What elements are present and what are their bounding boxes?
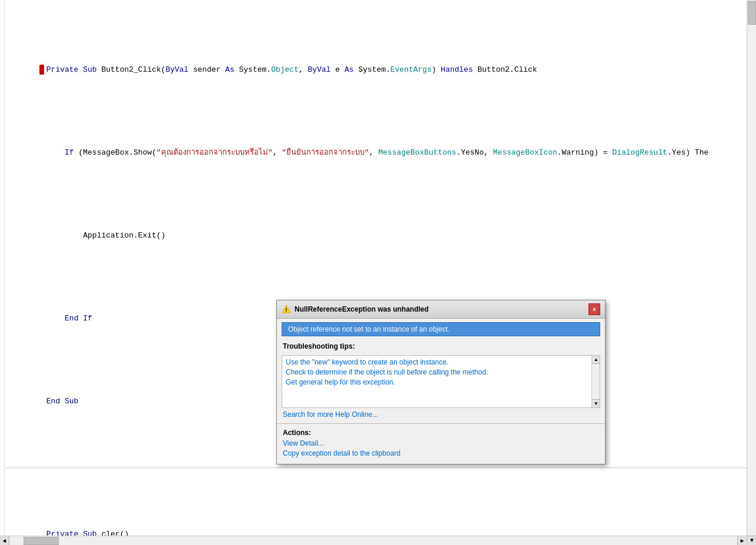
- tip-link-3[interactable]: Get general help for this exception.: [286, 378, 596, 386]
- troubleshooting-section: Troubleshooting tips:: [277, 340, 605, 355]
- search-help-link[interactable]: Search for more Help Online...: [277, 408, 605, 421]
- code-gutter: [0, 0, 5, 545]
- warning-icon: !: [282, 305, 291, 314]
- tip-link-2[interactable]: Check to determine if the object is null…: [286, 368, 596, 376]
- copy-exception-link[interactable]: Copy exception detail to the clipboard: [283, 449, 599, 457]
- actions-section: Actions: View Detail... Copy exception d…: [277, 426, 605, 464]
- code-editor: Private Sub Button2_Click(ByVal sender A…: [0, 0, 756, 545]
- error-message-bar: Object reference not set to an instance …: [282, 322, 600, 336]
- scroll-right-arrow[interactable]: ►: [737, 536, 747, 545]
- tips-scroll-up[interactable]: ▲: [592, 356, 600, 364]
- troubleshooting-title: Troubleshooting tips:: [283, 342, 599, 350]
- code-line-1: Private Sub Button2_Click(ByVal sender A…: [12, 52, 756, 88]
- horizontal-scrollbar[interactable]: ◄ ►: [0, 536, 747, 545]
- svg-text:!: !: [286, 307, 287, 313]
- scroll-down-arrow[interactable]: ▼: [747, 536, 756, 545]
- exception-dialog: ! NullReferenceException was unhandled ×…: [276, 300, 606, 464]
- view-detail-link[interactable]: View Detail...: [283, 439, 599, 447]
- code-line-3: Application.Exit(): [12, 218, 756, 253]
- tip-link-1[interactable]: Use the "new" keyword to create an objec…: [286, 358, 596, 366]
- code-line-2: If (MessageBox.Show("คุณต้องการออกจากระบ…: [12, 135, 756, 170]
- separator-1: [6, 467, 756, 468]
- tips-scrollbar[interactable]: ▲ ▼: [591, 356, 600, 407]
- dialog-close-button[interactable]: ×: [588, 303, 600, 315]
- tips-scroll-down[interactable]: ▼: [592, 399, 600, 407]
- vertical-scrollbar[interactable]: ▲ ▼: [747, 0, 756, 545]
- dialog-titlebar: ! NullReferenceException was unhandled ×: [277, 300, 605, 319]
- dialog-title-text: NullReferenceException was unhandled: [295, 305, 429, 313]
- scroll-left-arrow[interactable]: ◄: [0, 536, 9, 545]
- dialog-title-area: ! NullReferenceException was unhandled: [282, 305, 429, 314]
- tips-box: Use the "new" keyword to create an objec…: [282, 355, 600, 408]
- dialog-divider: [277, 423, 605, 424]
- error-message-text: Object reference not set to an instance …: [288, 325, 450, 333]
- scroll-thumb-horizontal[interactable]: [24, 537, 59, 545]
- scroll-thumb-vertical[interactable]: [748, 1, 756, 25]
- actions-title: Actions:: [283, 429, 599, 437]
